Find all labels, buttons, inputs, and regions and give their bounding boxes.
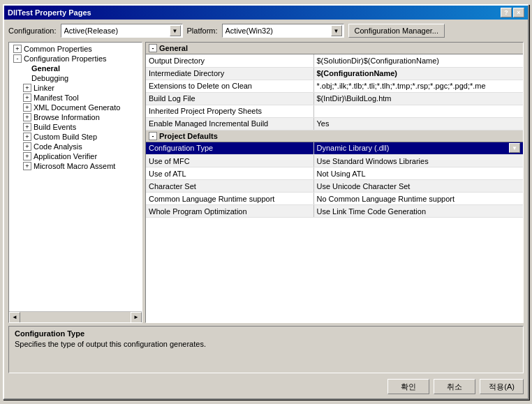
prop-value: Yes <box>313 117 523 130</box>
project-defaults-section-header[interactable]: - Project Defaults <box>146 130 523 142</box>
config-arrow-icon[interactable]: ▼ <box>170 25 181 36</box>
tree-item-label: Custom Build Step <box>34 133 97 141</box>
tree-item-label: Debugging <box>31 74 68 82</box>
tree-item-build-events[interactable]: + Build Events <box>10 122 140 132</box>
prop-name: Extensions to Delete on Clean <box>146 80 313 92</box>
ok-button[interactable]: 확인 <box>387 379 429 394</box>
tree-item-label: Common Properties <box>24 45 92 53</box>
table-row[interactable]: Whole Program Optimization Use Link Time… <box>146 205 523 218</box>
description-text: Specifies the type of output this config… <box>15 340 517 348</box>
tree-item-general[interactable]: General <box>10 63 140 73</box>
tree-item-label: General <box>31 64 60 73</box>
prop-name: Build Log File <box>146 92 313 105</box>
platform-value: Active(Win32) <box>226 27 341 35</box>
tree-item-label: Manifest Tool <box>34 93 79 102</box>
config-manager-button[interactable]: Configuration Manager... <box>348 24 445 38</box>
prop-name: Character Set <box>146 180 313 193</box>
tree-item-manifest-tool[interactable]: + Manifest Tool <box>10 93 140 103</box>
expand-icon[interactable]: + <box>23 123 31 131</box>
prop-value: Use Unicode Character Set <box>313 180 523 193</box>
prop-value: Use Link Time Code Generation <box>313 205 523 218</box>
table-row[interactable]: Use of MFC Use Standard Windows Librarie… <box>146 155 523 167</box>
scroll-track[interactable] <box>20 312 131 322</box>
tree-item-common-properties[interactable]: + Common Properties <box>10 44 140 54</box>
main-window: DllTest Property Pages ? × Configuration… <box>3 4 529 400</box>
tree-horizontal-scrollbar[interactable]: ◄ ► <box>9 311 142 322</box>
tree-item-custom-build-step[interactable]: + Custom Build Step <box>10 132 140 142</box>
platform-label: Platform: <box>187 27 218 35</box>
general-props-table: Output Directory $(SolutionDir)$(Configu… <box>146 54 523 130</box>
expand-icon[interactable]: - <box>13 54 22 63</box>
tree-item-xml-document[interactable]: + XML Document Generato <box>10 103 140 112</box>
table-row[interactable]: Build Log File $(IntDir)\BuildLog.htm <box>146 92 523 105</box>
tree-item-configuration-properties[interactable]: - Configuration Properties <box>10 54 140 63</box>
close-button[interactable]: × <box>513 8 524 17</box>
table-row[interactable]: Common Language Runtime support No Commo… <box>146 193 523 205</box>
expand-icon[interactable]: + <box>23 162 31 170</box>
platform-arrow-icon[interactable]: ▼ <box>331 25 342 36</box>
prop-value: $(IntDir)\BuildLog.htm <box>313 92 523 105</box>
properties-panel: - General Output Directory $(SolutionDir… <box>145 42 524 323</box>
general-section-label: General <box>159 44 188 52</box>
table-row[interactable]: Intermediate Directory $(ConfigurationNa… <box>146 67 523 80</box>
expand-icon[interactable]: + <box>23 152 31 160</box>
main-content-area: + Common Properties - Configuration Prop… <box>8 42 524 323</box>
general-toggle-icon[interactable]: - <box>149 44 157 52</box>
prop-name: Common Language Runtime support <box>146 193 313 205</box>
apply-button[interactable]: 적용(A) <box>480 379 524 394</box>
prop-value-text: Dynamic Library (.dll) <box>317 144 390 152</box>
tree-item-macro-assembler[interactable]: + Microsoft Macro Assemt <box>10 161 140 171</box>
table-row[interactable]: Configuration Type Dynamic Library (.dll… <box>146 142 523 155</box>
config-value: Active(Release) <box>64 27 179 35</box>
tree-item-label: Configuration Properties <box>24 54 107 63</box>
table-row[interactable]: Inherited Project Property Sheets <box>146 105 523 117</box>
expand-icon[interactable]: + <box>23 113 31 121</box>
tree-item-label: Application Verifier <box>34 152 97 160</box>
prop-name: Enable Managed Incremental Build <box>146 117 313 130</box>
expand-icon[interactable]: + <box>23 103 31 112</box>
dropdown-arrow-icon[interactable]: ▼ <box>509 143 520 153</box>
prop-value: No Common Language Runtime support <box>313 193 523 205</box>
tree-item-debugging[interactable]: Debugging <box>10 73 140 83</box>
table-row[interactable]: Output Directory $(SolutionDir)$(Configu… <box>146 54 523 67</box>
prop-name: Inherited Project Property Sheets <box>146 105 313 117</box>
table-row[interactable]: Use of ATL Not Using ATL <box>146 167 523 180</box>
scroll-left-button[interactable]: ◄ <box>9 312 20 323</box>
tree-item-label: Browse Information <box>34 113 100 121</box>
prop-name: Use of MFC <box>146 155 313 167</box>
prop-name: Intermediate Directory <box>146 67 313 80</box>
tree-item-app-verifier[interactable]: + Application Verifier <box>10 151 140 161</box>
tree-item-label: XML Document Generato <box>34 103 120 112</box>
cancel-button[interactable]: 취소 <box>434 379 475 394</box>
platform-dropdown[interactable]: Active(Win32) ▼ <box>222 24 344 38</box>
table-row[interactable]: Enable Managed Incremental Build Yes <box>146 117 523 130</box>
tree-item-browse-info[interactable]: + Browse Information <box>10 112 140 122</box>
title-bar: DllTest Property Pages ? × <box>4 6 528 20</box>
expand-icon[interactable]: + <box>23 93 31 102</box>
prop-name: Output Directory <box>146 54 313 67</box>
left-panel: + Common Properties - Configuration Prop… <box>8 42 142 323</box>
expand-icon[interactable]: + <box>23 84 31 92</box>
table-row[interactable]: Extensions to Delete on Clean *.obj;*.il… <box>146 80 523 92</box>
config-dropdown[interactable]: Active(Release) ▼ <box>61 24 183 38</box>
tree-item-label: Microsoft Macro Assemt <box>34 162 115 170</box>
tree-item-linker[interactable]: + Linker <box>10 83 140 93</box>
expand-icon[interactable]: + <box>23 133 31 141</box>
scroll-right-button[interactable]: ► <box>131 312 142 323</box>
table-row[interactable]: Character Set Use Unicode Character Set <box>146 180 523 193</box>
help-button[interactable]: ? <box>501 8 512 17</box>
prop-value: Not Using ATL <box>313 167 523 180</box>
expand-icon[interactable]: + <box>23 142 31 151</box>
general-section-header[interactable]: - General <box>146 43 523 54</box>
prop-name: Configuration Type <box>146 142 313 155</box>
project-defaults-toggle-icon[interactable]: - <box>149 132 157 140</box>
tree-item-label: Linker <box>34 84 54 92</box>
tree-scroll-area[interactable]: + Common Properties - Configuration Prop… <box>9 43 142 311</box>
dropdown-value: Dynamic Library (.dll) ▼ <box>317 143 521 153</box>
tree-item-label: Code Analysis <box>34 142 82 151</box>
title-bar-buttons: ? × <box>501 8 524 17</box>
tree-item-code-analysis[interactable]: + Code Analysis <box>10 142 140 151</box>
expand-icon[interactable]: + <box>13 45 22 53</box>
description-title: Configuration Type <box>15 329 517 338</box>
tree-container: + Common Properties - Configuration Prop… <box>8 42 142 323</box>
